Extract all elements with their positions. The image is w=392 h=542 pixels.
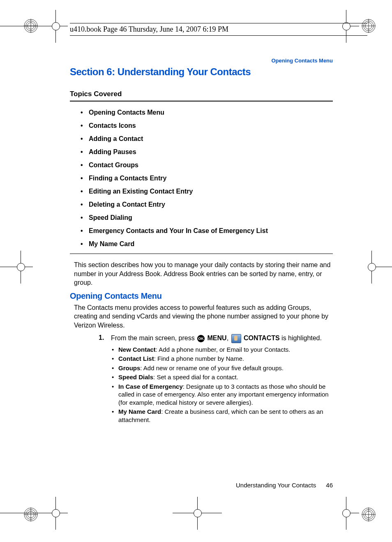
print-header: u410.book Page 46 Thursday, June 14, 200… bbox=[70, 23, 367, 36]
crop-mark-icon bbox=[0, 509, 68, 517]
menu-label: MENU bbox=[205, 334, 227, 341]
footer-text: Understanding Your Contacts bbox=[236, 482, 316, 489]
step-number: 1. bbox=[99, 334, 104, 341]
step-text: From the main screen, press bbox=[111, 334, 196, 341]
list-item: Speed Dialing bbox=[70, 214, 333, 221]
topics-covered-label: Topics Covered bbox=[70, 90, 333, 98]
step-list: 1. From the main screen, press OK MENU, … bbox=[99, 334, 333, 424]
list-item: Deleting a Contact Entry bbox=[70, 201, 333, 208]
divider bbox=[70, 101, 333, 101]
section-title: Section 6: Understanding Your Contacts bbox=[70, 66, 333, 78]
step-text: , bbox=[227, 334, 231, 341]
subheading: Opening Contacts Menu bbox=[70, 291, 333, 301]
list-item: Editing an Existing Contact Entry bbox=[70, 188, 333, 195]
step-text: is highlighted. bbox=[280, 334, 322, 341]
content-area: Opening Contacts Menu Section 6: Underst… bbox=[70, 58, 333, 425]
intro-paragraph: This section describes how you to manage… bbox=[70, 261, 333, 287]
step-item: 1. From the main screen, press OK MENU, … bbox=[99, 334, 333, 424]
list-item: Adding a Contact bbox=[70, 135, 333, 143]
crop-mark-icon bbox=[0, 22, 68, 30]
contacts-icon bbox=[231, 334, 241, 343]
list-item: Contacts Icons bbox=[70, 122, 333, 129]
list-item: New Contact: Add a phone number, or Emai… bbox=[111, 346, 333, 354]
list-item: Finding a Contacts Entry bbox=[70, 175, 333, 182]
list-item: My Name Card bbox=[70, 240, 333, 248]
page-number: 46 bbox=[326, 482, 333, 489]
divider bbox=[70, 254, 333, 254]
crop-mark-icon bbox=[343, 509, 392, 517]
page: u410.book Page 46 Thursday, June 14, 200… bbox=[0, 0, 392, 542]
page-footer: Understanding Your Contacts 46 bbox=[70, 482, 333, 489]
ok-icon: OK bbox=[197, 335, 205, 342]
crop-mark-icon bbox=[181, 509, 214, 517]
list-item: Opening Contacts Menu bbox=[70, 109, 333, 116]
feature-list: New Contact: Add a phone number, or Emai… bbox=[111, 346, 333, 424]
crop-mark-icon bbox=[359, 263, 392, 271]
contacts-label: CONTACTS bbox=[242, 334, 280, 341]
list-item: My Name Card: Create a business card, wh… bbox=[111, 408, 333, 424]
list-item: Adding Pauses bbox=[70, 148, 333, 156]
list-item: Speed Dials: Set a speed dial for a cont… bbox=[111, 373, 333, 381]
list-item: Groups: Add new or rename one of your fi… bbox=[111, 364, 333, 372]
running-head: Opening Contacts Menu bbox=[70, 58, 333, 64]
list-item: In Case of Emergency: Designate up to 3 … bbox=[111, 383, 333, 407]
list-item: Contact List: Find a phone number by Nam… bbox=[111, 355, 333, 363]
list-item: Emergency Contacts and Your In Case of E… bbox=[70, 227, 333, 235]
crop-mark-icon bbox=[0, 263, 33, 271]
topics-list: Opening Contacts Menu Contacts Icons Add… bbox=[70, 109, 333, 248]
list-item: Contact Groups bbox=[70, 161, 333, 169]
sub-intro-paragraph: The Contacts menu provides access to pow… bbox=[70, 303, 333, 330]
